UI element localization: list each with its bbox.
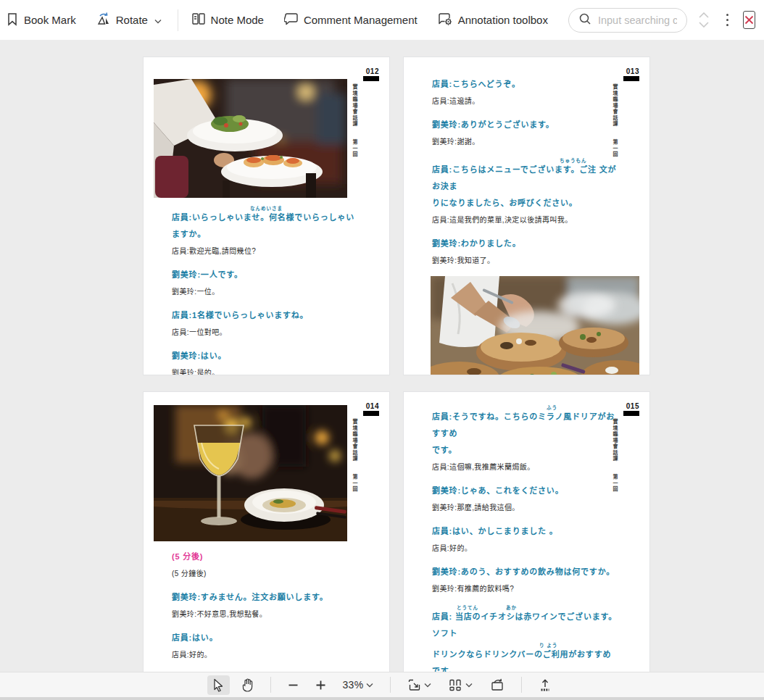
side-chapter: 第一回	[611, 474, 618, 493]
hand-pan-tool[interactable]	[236, 675, 259, 695]
page-number-bar	[623, 76, 639, 81]
zoom-in-button[interactable]	[310, 677, 331, 693]
search-prev-next[interactable]	[699, 12, 709, 28]
dialogue-line-cn: 劉美玲:我知道了。	[432, 252, 618, 269]
cursor-icon	[212, 678, 225, 692]
close-button[interactable]	[743, 11, 755, 29]
wine-glass-photo	[154, 405, 347, 541]
annotation-toolbox-icon	[438, 12, 453, 28]
more-options-button[interactable]	[726, 14, 729, 27]
document-canvas[interactable]: 012實境臨場會話課第一回	[0, 40, 764, 672]
page-number-bar	[363, 411, 379, 416]
dialogue-line-jp: です。	[432, 442, 618, 459]
dialogue-line-jp: りになりましたら、お呼びください。	[432, 195, 618, 212]
bookmark-icon	[6, 12, 19, 28]
page-number: 012	[363, 67, 379, 81]
dialogue-line-jp: 劉美玲:ありがとうございます。	[432, 117, 618, 133]
dialogue-group: ちゅうもん店員:こちらはメニューでございます。ご注 文がお決まりになりましたら、…	[432, 157, 618, 228]
comment-management-button[interactable]: Comment Management	[284, 12, 418, 28]
waiter-carrying-plates-photo	[154, 79, 347, 198]
dialogue-group: なんめいさま店員:いらっしゃいませ。何名様でいらっしゃいますか。店員:歡迎光臨,…	[172, 205, 357, 259]
toolbar-divider	[270, 677, 271, 693]
wine-glass-and-bowl-photo	[154, 405, 347, 541]
side-title: 實境臨場會話課	[352, 419, 357, 462]
zoom-out-button[interactable]	[283, 677, 304, 693]
side-chapter: 第一回	[351, 474, 358, 493]
chevron-down-icon	[465, 683, 473, 688]
furigana-row: ちゅうもん	[432, 157, 618, 164]
dialogue-line-cn: 店員:這邊請。	[432, 93, 618, 109]
dialogue-group: 劉美玲:えっと、おすすめは何ですか。	[172, 670, 357, 672]
dialogue-line-jp: 劉美玲:一人です。	[172, 267, 357, 283]
dialogue-group: 店員:1名様でいらっしゃいますね。店員:一位對吧。	[172, 307, 357, 341]
comment-icon	[284, 12, 299, 28]
dialogue-line-jp: 店員:はい、かしこまりました 。	[432, 523, 618, 540]
page-number-text: 014	[363, 402, 379, 410]
toolbar-divider	[521, 677, 522, 693]
furigana: とうてん	[457, 604, 478, 611]
dialogue-line-jp: 店員:1名様でいらっしゃいますね。	[172, 307, 357, 324]
dialogue-group: (5 分後)(5 分鐘後)	[172, 549, 357, 582]
dialogue-line-jp: 劉美玲:はい。	[172, 348, 357, 364]
stage-direction-cn: (5 分鐘後)	[172, 565, 357, 582]
dialogue-line-cn: 店員:這個嘛,我推薦米蘭焗飯。	[432, 459, 618, 475]
document-page: 013實境臨場會話課第一回店員:こちらへどうぞ。店員:這邊請。劉美玲:ありがとう…	[403, 57, 650, 375]
export-button[interactable]	[533, 675, 557, 695]
furigana: なんめいさま	[250, 205, 283, 212]
page-number-bar	[623, 411, 639, 416]
dialogue-group: 劉美玲:一人です。劉美玲:一位。	[172, 267, 357, 300]
page-side-label: 實境臨場會話課第一回	[611, 419, 618, 492]
furigana-row: り よう	[432, 642, 618, 649]
rotate-page-icon	[489, 678, 505, 692]
document-page: 012實境臨場會話課第一回	[143, 57, 390, 375]
upload-icon	[539, 678, 552, 692]
chef-plating-food-photo	[431, 276, 639, 375]
page-number: 013	[623, 67, 639, 81]
bookmark-label: Book Mark	[24, 14, 76, 26]
side-title: 實境臨場會話課	[613, 419, 618, 462]
chef-plating-photo	[431, 276, 639, 375]
plus-icon	[315, 680, 326, 691]
dialogue-line-jp: 店員:そうですね。こちらのミラノ風ドリアがおすすめ	[432, 409, 618, 442]
dialogue-line-cn: 店員:歡迎光臨,請問幾位?	[172, 243, 357, 259]
rotate-button[interactable]: Rotate	[96, 12, 162, 28]
zoom-level-dropdown[interactable]: 33%	[338, 676, 379, 693]
furigana: り よう	[539, 642, 557, 649]
dialogue-line-jp: 店員:はい。	[172, 630, 357, 646]
page-side-label: 實境臨場會話課第一回	[351, 419, 358, 492]
rotate-page-button[interactable]	[484, 675, 510, 695]
dialogue-line-cn: 店員:一位對吧。	[172, 324, 357, 341]
dialogue-line-jp: 店員:こちらへどうぞ。	[432, 76, 618, 93]
toolbar-divider	[390, 677, 391, 693]
annotation-toolbox-label: Annotation toolbox	[458, 14, 548, 26]
pages-grid: 012實境臨場會話課第一回	[143, 57, 650, 672]
note-mode-label: Note Mode	[211, 14, 264, 26]
waiter-plates-photo	[154, 79, 347, 198]
furigana-row: ふう	[432, 404, 618, 411]
page-number-text: 012	[363, 67, 379, 75]
page-layout-dropdown[interactable]	[443, 675, 478, 695]
page-number: 015	[623, 402, 639, 416]
top-toolbar: Book Mark Rotate Note Mode	[0, 0, 764, 40]
dialogue-line-jp: 店員: 当店のイチオシは赤ワインでございます。ソフト	[432, 609, 618, 642]
dialogue-group: 劉美玲:すみません。注文お願いします。劉美玲:不好意思,我想點餐。	[172, 589, 357, 622]
rotate-icon	[96, 12, 111, 28]
search-input[interactable]	[598, 14, 677, 26]
annotation-toolbox-button[interactable]: Annotation toolbox	[438, 12, 548, 28]
bottom-toolbar: 33%	[0, 672, 764, 697]
dialogue-line-cn: 劉美玲:一位。	[172, 283, 357, 300]
page-number-text: 013	[623, 67, 639, 75]
dialogue-line-jp: 劉美玲:すみません。注文お願いします。	[172, 589, 357, 606]
dialogue-line-jp: 劉美玲:えっと、おすすめは何ですか。	[172, 670, 357, 672]
note-mode-button[interactable]: Note Mode	[191, 12, 264, 28]
dialogue-line-cn: 劉美玲:不好意思,我想點餐。	[172, 606, 357, 622]
dialogue-group: ふう店員:そうですね。こちらのミラノ風ドリアがおすすめです。店員:這個嘛,我推薦…	[432, 392, 618, 475]
page-side-label: 實境臨場會話課第一回	[351, 84, 358, 157]
search-box[interactable]	[568, 8, 687, 33]
page-side-label: 實境臨場會話課第一回	[611, 84, 618, 157]
fit-to-screen-icon	[407, 678, 421, 692]
fit-mode-dropdown[interactable]	[402, 675, 436, 695]
bookmark-button[interactable]: Book Mark	[6, 12, 76, 28]
select-cursor-tool[interactable]	[207, 675, 230, 695]
document-page: 015實境臨場會話課第一回ふう店員:そうですね。こちらのミラノ風ドリアがおすすめ…	[403, 391, 650, 672]
